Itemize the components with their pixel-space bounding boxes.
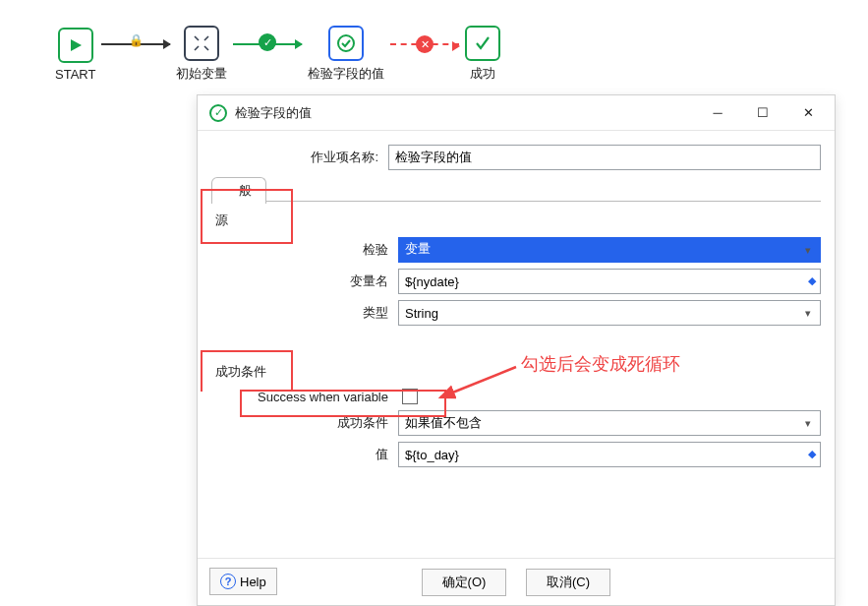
check-combo[interactable]: 变量 <box>398 237 821 263</box>
node-start[interactable]: START <box>55 28 95 82</box>
var-name-input[interactable] <box>398 269 821 294</box>
tab-general[interactable]: 一般 <box>211 177 266 204</box>
job-name-input[interactable] <box>388 145 821 170</box>
close-button[interactable]: ✕ <box>785 97 831 129</box>
edge-icon: ✕ <box>390 43 459 45</box>
check-circle-icon: ✓ <box>209 104 227 122</box>
checkmark-icon <box>465 26 500 61</box>
type-combo[interactable] <box>398 300 821 326</box>
help-label: Help <box>240 575 266 589</box>
var-name-label: 变量名 <box>211 273 398 290</box>
play-icon <box>58 28 93 63</box>
help-icon: ? <box>220 574 236 589</box>
edge-icon: 🔒 <box>101 43 170 45</box>
node-success[interactable]: 成功 <box>465 26 500 83</box>
ok-button[interactable]: 确定(O) <box>422 569 506 596</box>
workflow-canvas: START 🔒 初始变量 ✓ 检验字段的值 ✕ 成功 <box>55 26 500 83</box>
success-when-checkbox[interactable] <box>402 389 418 404</box>
node-start-label: START <box>55 67 95 82</box>
section-conditions-label: 成功条件 <box>215 363 821 381</box>
variable-picker-icon[interactable]: ◆ <box>805 447 819 460</box>
minimize-button[interactable]: ─ <box>695 97 740 129</box>
check-label: 检验 <box>211 241 398 259</box>
value-label: 值 <box>211 446 398 463</box>
value-input[interactable] <box>398 442 821 467</box>
dialog-title: 检验字段的值 <box>235 104 312 122</box>
lock-icon: 🔒 <box>129 33 143 47</box>
button-bar: ? Help 确定(O) 取消(C) <box>198 558 835 605</box>
cancel-button[interactable]: 取消(C) <box>526 569 610 596</box>
titlebar: ✓ 检验字段的值 ─ ☐ ✕ <box>198 95 835 131</box>
svg-marker-0 <box>71 39 82 51</box>
dialog-check-field-value: ✓ 检验字段的值 ─ ☐ ✕ 作业项名称: 一般 源 检验 变量 ▾ 变量名 <box>197 94 836 606</box>
maximize-button[interactable]: ☐ <box>740 97 785 129</box>
cond-combo[interactable] <box>398 410 821 436</box>
cond-label: 成功条件 <box>211 414 398 432</box>
svg-point-1 <box>338 35 354 51</box>
error-badge-icon: ✕ <box>416 35 434 53</box>
node-check-label: 检验字段的值 <box>308 65 384 83</box>
node-success-label: 成功 <box>470 65 495 83</box>
node-init-vars[interactable]: 初始变量 <box>176 26 227 83</box>
success-when-label: Success when variable <box>211 390 398 404</box>
section-source-label: 源 <box>215 212 821 229</box>
node-init-label: 初始变量 <box>176 65 227 83</box>
success-badge-icon: ✓ <box>259 33 276 51</box>
edge-icon: ✓ <box>233 43 302 45</box>
converge-icon <box>184 26 219 61</box>
node-check-field[interactable]: 检验字段的值 <box>308 26 384 83</box>
job-name-label: 作业项名称: <box>211 149 388 166</box>
help-button[interactable]: ? Help <box>209 568 277 595</box>
tab-strip: 一般 <box>211 176 821 202</box>
type-label: 类型 <box>211 304 398 322</box>
check-circle-icon <box>328 26 364 61</box>
variable-picker-icon[interactable]: ◆ <box>805 273 819 287</box>
